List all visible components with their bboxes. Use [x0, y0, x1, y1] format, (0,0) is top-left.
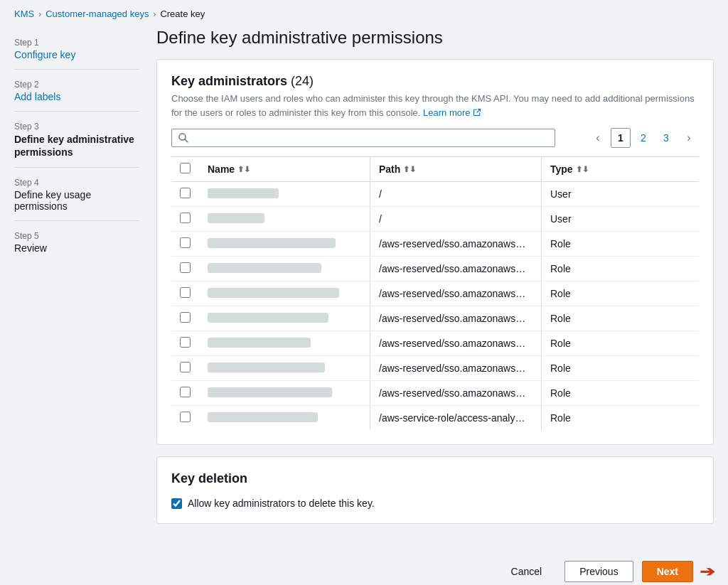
- row-checkbox-0[interactable]: [180, 188, 191, 198]
- pagination-page-2[interactable]: 2: [633, 128, 653, 148]
- sidebar-step-5: Step 5 Review: [14, 231, 139, 254]
- table-row: /aws-reserved/sso.amazonaws… Role: [171, 331, 699, 356]
- th-path[interactable]: Path ⬆⬇: [370, 157, 541, 182]
- row-name-cell: [199, 257, 370, 281]
- pagination-prev-arrow[interactable]: ‹: [588, 128, 608, 148]
- row-checkbox-cell: [171, 356, 199, 381]
- row-name-cell: [199, 207, 370, 232]
- breadcrumb-kms[interactable]: KMS: [14, 9, 34, 19]
- sidebar-step-4: Step 4 Define key usage permissions: [14, 178, 139, 212]
- row-checkbox-8[interactable]: [180, 387, 191, 397]
- allow-deletion-checkbox[interactable]: [171, 498, 182, 509]
- breadcrumb-sep-1: ›: [38, 9, 41, 19]
- row-checkbox-cell: [171, 406, 199, 431]
- sidebar-step-4-label: Step 4: [14, 178, 139, 188]
- table-row: /aws-service-role/access-analy… Role: [171, 406, 699, 431]
- sidebar-divider-3: [14, 167, 139, 168]
- next-arrow-indicator: ➔: [700, 564, 715, 579]
- next-button[interactable]: Next: [642, 561, 693, 582]
- breadcrumb: KMS › Customer-managed keys › Create key: [0, 0, 728, 28]
- row-checkbox-4[interactable]: [180, 287, 191, 298]
- row-checkbox-6[interactable]: [180, 337, 191, 348]
- external-link-icon: [473, 108, 481, 117]
- table-row: /aws-reserved/sso.amazonaws… Role: [171, 257, 699, 281]
- row-name-placeholder: [208, 313, 328, 323]
- row-name-placeholder: [208, 213, 264, 223]
- row-path-cell: /: [370, 207, 541, 232]
- sidebar-divider-1: [14, 69, 139, 70]
- breadcrumb-create-key: Create key: [160, 9, 205, 19]
- th-type[interactable]: Type ⬆⬇: [542, 157, 699, 182]
- row-type-cell: Role: [542, 381, 699, 406]
- select-all-checkbox[interactable]: [180, 163, 191, 173]
- learn-more-link[interactable]: Learn more: [423, 106, 481, 120]
- sidebar-step-2: Step 2 Add labels: [14, 80, 139, 102]
- cancel-button[interactable]: Cancel: [497, 562, 557, 581]
- pagination-page-3[interactable]: 3: [656, 128, 676, 148]
- administrators-table: Name ⬆⬇ Path ⬆⬇: [171, 156, 699, 430]
- row-path-cell: /aws-reserved/sso.amazonaws…: [370, 232, 541, 257]
- row-checkbox-1[interactable]: [180, 213, 191, 223]
- row-checkbox-cell: [171, 331, 199, 356]
- row-checkbox-cell: [171, 207, 199, 232]
- row-path-cell: /: [370, 182, 541, 207]
- row-name-placeholder: [208, 188, 279, 198]
- pagination-page-1[interactable]: 1: [611, 128, 631, 148]
- search-box[interactable]: [171, 129, 555, 147]
- row-checkbox-cell: [171, 182, 199, 207]
- row-checkbox-3[interactable]: [180, 262, 191, 273]
- table-row: /aws-reserved/sso.amazonaws… Role: [171, 381, 699, 406]
- row-name-placeholder: [208, 238, 336, 248]
- row-type-cell: User: [542, 182, 699, 207]
- sidebar-step-5-text: Review: [14, 242, 139, 254]
- row-name-cell: [199, 306, 370, 331]
- row-name-cell: [199, 281, 370, 306]
- row-name-cell: [199, 182, 370, 207]
- row-name-cell: [199, 406, 370, 431]
- previous-button[interactable]: Previous: [564, 561, 633, 582]
- key-administrators-card: Key administrators (24) Choose the IAM u…: [156, 59, 714, 445]
- search-icon: [178, 132, 189, 144]
- row-type-cell: Role: [542, 356, 699, 381]
- page-title: Define key administrative permissions: [156, 28, 714, 48]
- sidebar-step-1: Step 1 Configure key: [14, 38, 139, 60]
- row-name-placeholder: [208, 288, 339, 298]
- row-type-cell: Role: [542, 281, 699, 306]
- row-name-placeholder: [208, 387, 332, 397]
- row-path-cell: /aws-reserved/sso.amazonaws…: [370, 257, 541, 281]
- row-type-cell: Role: [542, 331, 699, 356]
- sidebar-step-2-link[interactable]: Add labels: [14, 91, 60, 102]
- row-checkbox-cell: [171, 232, 199, 257]
- table-row: /aws-reserved/sso.amazonaws… Role: [171, 232, 699, 257]
- row-checkbox-cell: [171, 381, 199, 406]
- main-content: Define key administrative permissions Ke…: [156, 28, 714, 535]
- sidebar-step-5-label: Step 5: [14, 231, 139, 241]
- sidebar-step-1-link[interactable]: Configure key: [14, 49, 75, 60]
- table-row: /aws-reserved/sso.amazonaws… Role: [171, 306, 699, 331]
- row-name-placeholder: [208, 363, 325, 372]
- row-path-cell: /aws-reserved/sso.amazonaws…: [370, 381, 541, 406]
- row-name-placeholder: [208, 412, 318, 422]
- row-name-cell: [199, 232, 370, 257]
- search-input[interactable]: [193, 132, 549, 144]
- administrators-section-title: Key administrators (24): [171, 74, 699, 89]
- row-checkbox-5[interactable]: [180, 312, 191, 323]
- row-path-cell: /aws-reserved/sso.amazonaws…: [370, 306, 541, 331]
- row-checkbox-9[interactable]: [180, 412, 191, 422]
- row-type-cell: Role: [542, 232, 699, 257]
- row-checkbox-cell: [171, 281, 199, 306]
- pagination-next-arrow[interactable]: ›: [679, 128, 699, 148]
- row-path-cell: /aws-reserved/sso.amazonaws…: [370, 356, 541, 381]
- th-name[interactable]: Name ⬆⬇: [199, 157, 370, 182]
- row-checkbox-7[interactable]: [180, 362, 191, 372]
- row-type-cell: User: [542, 207, 699, 232]
- sidebar-step-1-label: Step 1: [14, 38, 139, 48]
- sidebar-step-3: Step 3 Define key administrative permiss…: [14, 122, 139, 159]
- administrators-description: Choose the IAM users and roles who can a…: [171, 92, 699, 119]
- allow-deletion-label[interactable]: Allow key administrators to delete this …: [188, 498, 375, 509]
- row-checkbox-2[interactable]: [180, 237, 191, 248]
- deletion-section-title: Key deletion: [171, 471, 699, 486]
- pagination: ‹ 1 2 3 ›: [588, 128, 699, 148]
- breadcrumb-customer-managed-keys[interactable]: Customer-managed keys: [46, 9, 149, 19]
- table-row: / User: [171, 182, 699, 207]
